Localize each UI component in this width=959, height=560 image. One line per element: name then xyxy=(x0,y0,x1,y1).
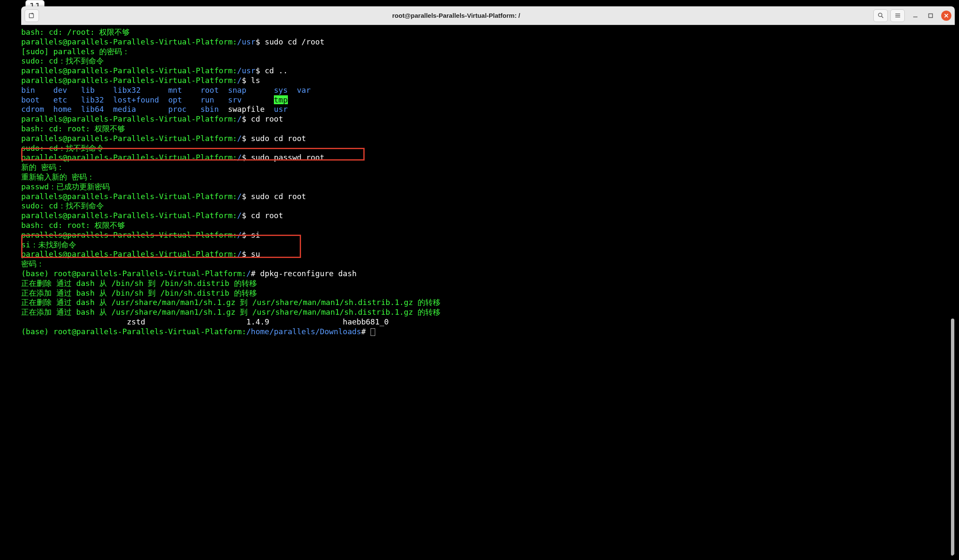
prompt-dollar: $ xyxy=(256,66,260,75)
ls-entry-tmp: tmp xyxy=(274,95,288,104)
titlebar: root@parallels-Parallels-Virtual-Platfor… xyxy=(21,6,620,25)
prompt-path: / xyxy=(237,114,242,123)
prompt-dollar: $ xyxy=(242,230,246,239)
output-line: sudo: cd：找不到命令 xyxy=(21,144,104,152)
output-line: bash: cd: root: 权限不够 xyxy=(21,124,125,133)
prompt-user: parallels@parallels-Parallels-Virtual-Pl… xyxy=(21,153,237,162)
output-line: 密码： xyxy=(21,259,44,268)
prompt-path: /usr xyxy=(237,37,255,46)
new-tab-icon xyxy=(28,12,35,19)
terminal-window: root@parallels-Parallels-Virtual-Platfor… xyxy=(21,6,620,353)
terminal-body[interactable]: bash: cd: /root: 权限不够 parallels@parallel… xyxy=(21,25,620,353)
prompt-hash: # xyxy=(361,327,366,336)
prompt-path: / xyxy=(237,230,242,239)
command: sudo cd root xyxy=(246,134,306,143)
output-line: 重新输入新的 密码： xyxy=(21,172,95,181)
ls-entry: swapfile xyxy=(228,105,265,114)
command: ls xyxy=(246,76,260,85)
command: cd .. xyxy=(260,66,288,75)
command: sudo cd /root xyxy=(260,37,325,46)
prompt-user: parallels@parallels-Parallels-Virtual-Pl… xyxy=(21,250,237,258)
output-line: 新的 密码： xyxy=(21,163,64,172)
cursor xyxy=(371,328,375,336)
output-line: 正在添加 通过 bash 从 /bin/sh 到 /bin/sh.distrib… xyxy=(21,288,257,297)
prompt-path: / xyxy=(237,192,242,201)
prompt-dollar: $ xyxy=(242,211,246,220)
command: cd root xyxy=(246,211,283,220)
prompt-dollar: $ xyxy=(242,250,246,258)
ls-entry: boot etc lib32 lost+found opt run srv xyxy=(21,95,274,104)
terminal-content: bash: cd: /root: 权限不够 parallels@parallel… xyxy=(21,25,620,353)
output-line: [sudo] parallels 的密码： xyxy=(21,47,130,56)
prompt-user: parallels@parallels-Parallels-Virtual-Pl… xyxy=(21,66,237,75)
prompt-root: (base) root@parallels-Parallels-Virtual-… xyxy=(21,269,246,278)
prompt-user: parallels@parallels-Parallels-Virtual-Pl… xyxy=(21,134,237,143)
command: cd root xyxy=(246,114,283,123)
prompt-dollar: $ xyxy=(242,76,246,85)
output-line: zstd 1.4.9 haebb681_0 xyxy=(21,317,389,326)
ls-entry: var xyxy=(288,86,311,94)
prompt-path: / xyxy=(246,269,251,278)
output-line: 正在删除 通过 dash 从 /usr/share/man/man1/sh.1.… xyxy=(21,298,440,307)
command: dpkg-reconfigure dash xyxy=(256,269,357,278)
new-tab-button[interactable] xyxy=(25,9,39,22)
ls-entry: usr xyxy=(274,105,288,114)
output-line: sudo: cd：找不到命令 xyxy=(21,201,104,210)
prompt-path: / xyxy=(237,76,242,85)
window-title: root@parallels-Parallels-Virtual-Platfor… xyxy=(39,12,620,19)
output-line: 正在删除 通过 dash 从 /bin/sh 到 /bin/sh.distrib… xyxy=(21,279,257,288)
ls-entry: sys xyxy=(274,86,288,94)
command xyxy=(366,327,371,336)
prompt-user: parallels@parallels-Parallels-Virtual-Pl… xyxy=(21,76,237,85)
ls-entry xyxy=(265,105,274,114)
output-line: bash: cd: /root: 权限不够 xyxy=(21,28,130,36)
prompt-path: / xyxy=(237,153,242,162)
prompt-user: parallels@parallels-Parallels-Virtual-Pl… xyxy=(21,230,237,239)
output-line: si：未找到命令 xyxy=(21,240,76,249)
prompt-dollar: $ xyxy=(242,153,246,162)
prompt-hash: # xyxy=(251,269,256,278)
output-line: bash: cd: root: 权限不够 xyxy=(21,221,125,230)
prompt-root: (base) root@parallels-Parallels-Virtual-… xyxy=(21,327,246,336)
prompt-user: parallels@parallels-Parallels-Virtual-Pl… xyxy=(21,114,237,123)
prompt-dollar: $ xyxy=(256,37,260,46)
prompt-dollar: $ xyxy=(242,114,246,123)
prompt-user: parallels@parallels-Parallels-Virtual-Pl… xyxy=(21,211,237,220)
command: su xyxy=(246,250,260,258)
ls-entry: cdrom home lib64 media proc sbin xyxy=(21,105,228,114)
prompt-path: /usr xyxy=(237,66,255,75)
prompt-path: / xyxy=(237,250,242,258)
prompt-path: /home/parallels/Downloads xyxy=(246,327,361,336)
output-line: sudo: cd：找不到命令 xyxy=(21,56,104,65)
command: sudo passwd root xyxy=(246,153,324,162)
prompt-path: / xyxy=(237,211,242,220)
prompt-user: parallels@parallels-Parallels-Virtual-Pl… xyxy=(21,192,237,201)
command: sudo cd root xyxy=(246,192,306,201)
prompt-dollar: $ xyxy=(242,192,246,201)
output-line: 正在添加 通过 bash 从 /usr/share/man/man1/sh.1.… xyxy=(21,308,440,316)
ls-entry: bin dev lib libx32 mnt root snap xyxy=(21,86,274,94)
prompt-user: parallels@parallels-Parallels-Virtual-Pl… xyxy=(21,37,237,46)
svg-rect-0 xyxy=(29,14,33,18)
prompt-path: / xyxy=(237,134,242,143)
command: si xyxy=(246,230,260,239)
output-line: passwd：已成功更新密码 xyxy=(21,182,110,191)
prompt-dollar: $ xyxy=(242,134,246,143)
